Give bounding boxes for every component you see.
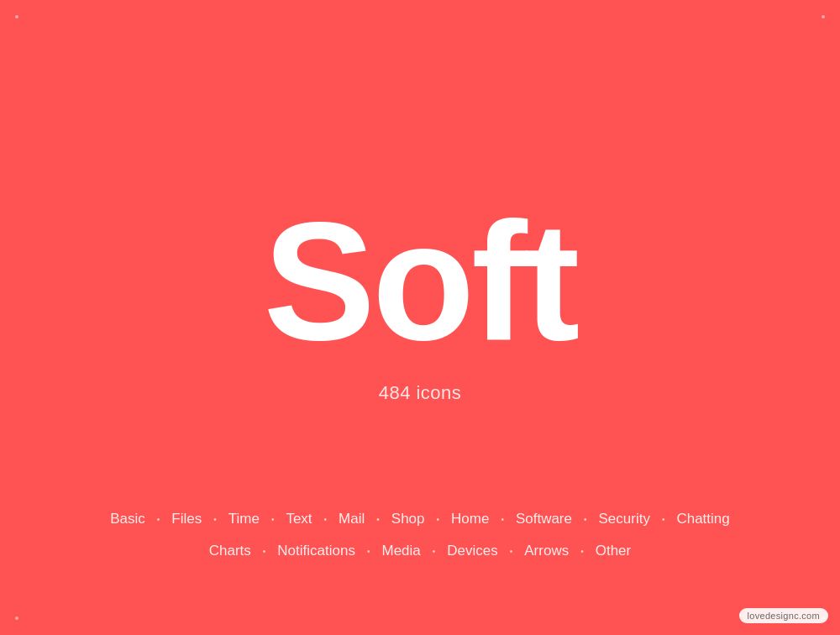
dot-separator: •: [157, 515, 160, 524]
dot-separator: •: [584, 515, 587, 524]
dot-separator: •: [437, 515, 440, 524]
category-label: Software: [516, 511, 572, 527]
category-label: Time: [228, 511, 260, 527]
category-label: Home: [451, 511, 489, 527]
category-item[interactable]: Text: [286, 511, 312, 527]
category-item[interactable]: Devices: [447, 543, 497, 559]
category-row-2: Charts•Notifications•Media•Devices•Arrow…: [209, 543, 631, 559]
icon-count-label: 484 icons: [379, 382, 462, 404]
dot-separator: •: [433, 547, 436, 556]
watermark: lovedesignc.com: [739, 608, 828, 623]
category-label: Arrows: [524, 543, 569, 559]
dot-separator: •: [324, 515, 328, 524]
category-label: Security: [599, 511, 650, 527]
dot-separator: •: [510, 547, 513, 556]
category-item[interactable]: Arrows: [524, 543, 569, 559]
corner-dot-tr: [822, 15, 825, 18]
category-item[interactable]: Security: [599, 511, 650, 527]
category-item[interactable]: Media: [381, 543, 420, 559]
category-label: Charts: [209, 543, 251, 559]
category-item[interactable]: Basic: [110, 511, 145, 527]
dot-separator: •: [263, 547, 266, 556]
dot-separator: •: [376, 515, 380, 524]
category-item[interactable]: Shop: [391, 511, 425, 527]
category-label: Chatting: [676, 511, 729, 527]
category-item[interactable]: Charts: [209, 543, 251, 559]
category-label: Other: [596, 543, 632, 559]
category-label: Shop: [391, 511, 425, 527]
corner-dot-bl: [15, 617, 18, 620]
category-item[interactable]: Mail: [339, 511, 365, 527]
category-item[interactable]: Home: [451, 511, 489, 527]
dot-separator: •: [271, 515, 275, 524]
category-item[interactable]: Software: [516, 511, 572, 527]
category-label: Basic: [110, 511, 145, 527]
page-title: Soft: [264, 197, 577, 365]
category-row-1: Basic•Files•Time•Text•Mail•Shop•Home•Sof…: [110, 511, 730, 527]
category-item[interactable]: Chatting: [676, 511, 729, 527]
corner-dot-tl: [15, 15, 18, 18]
category-label: Mail: [339, 511, 365, 527]
category-item[interactable]: Time: [228, 511, 260, 527]
category-item[interactable]: Notifications: [277, 543, 355, 559]
category-label: Notifications: [277, 543, 355, 559]
dot-separator: •: [662, 515, 665, 524]
category-item[interactable]: Files: [171, 511, 202, 527]
category-item[interactable]: Other: [596, 543, 632, 559]
category-label: Devices: [447, 543, 497, 559]
category-label: Media: [381, 543, 420, 559]
categories-section: Basic•Files•Time•Text•Mail•Shop•Home•Sof…: [0, 511, 840, 559]
dot-separator: •: [213, 515, 217, 524]
dot-separator: •: [580, 547, 584, 556]
dot-separator: •: [501, 515, 504, 524]
category-label: Text: [286, 511, 312, 527]
category-label: Files: [171, 511, 202, 527]
dot-separator: •: [367, 547, 370, 556]
